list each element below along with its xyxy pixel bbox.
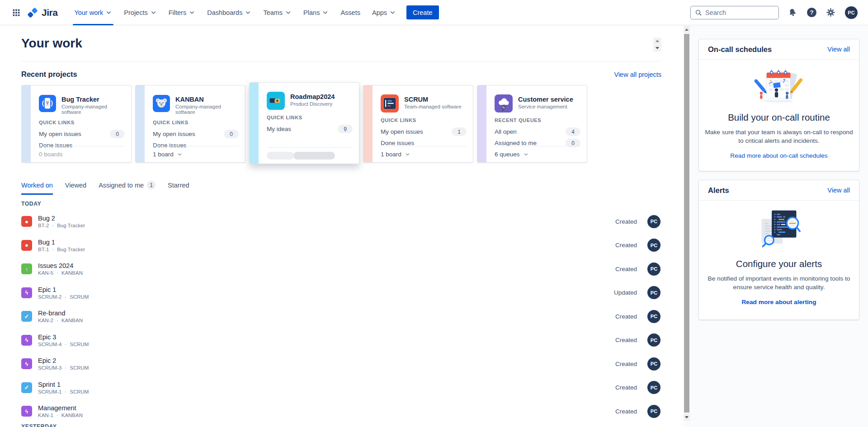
project-name[interactable]: Customer service	[518, 96, 573, 103]
search-box[interactable]	[690, 6, 779, 19]
nav-apps[interactable]: Apps	[366, 0, 402, 25]
count-badge: 0	[224, 130, 239, 138]
spinner-up-button[interactable]	[653, 38, 661, 45]
vertical-scrollbar[interactable]	[684, 26, 690, 427]
project-card-scrum[interactable]: SCRUM Team-managed software QUICK LINKS …	[363, 85, 473, 163]
action-label: Created	[615, 408, 637, 415]
work-item-row[interactable]: ϟ Epic 3 SCRUM-4·SCRUM Created PC	[21, 328, 661, 352]
tab-starred[interactable]: Starred	[168, 181, 189, 195]
chevron-down-icon	[285, 9, 292, 16]
bug-icon: ●	[21, 240, 32, 251]
search-input[interactable]	[705, 9, 769, 16]
work-item-row[interactable]: ● Bug 1 BT-1·Bug Tracker Created PC	[21, 234, 661, 258]
settings-gear-icon[interactable]	[826, 8, 835, 17]
nav-assets[interactable]: Assets	[335, 0, 366, 25]
tab-worked-on[interactable]: Worked on	[21, 181, 53, 195]
project-name[interactable]: SCRUM	[404, 96, 462, 103]
create-button[interactable]: Create	[406, 5, 439, 19]
issue-title[interactable]: Sprint 1	[38, 381, 89, 388]
recent-project-cards: Bug Tracker Company-managed software QUI…	[21, 85, 587, 167]
task-icon: ✓	[21, 311, 32, 322]
issue-title[interactable]: Bug 1	[38, 239, 85, 246]
project-card-bug-tracker[interactable]: Bug Tracker Company-managed software QUI…	[21, 85, 132, 163]
view-all-projects-link[interactable]: View all projects	[614, 71, 661, 78]
quick-link-my-ideas[interactable]: My ideas 9	[267, 123, 353, 135]
quick-link-all-open[interactable]: All open 4	[495, 126, 580, 137]
primary-nav: Your work Projects Filters Dashboards Te…	[68, 0, 402, 25]
nav-filters[interactable]: Filters	[163, 0, 201, 25]
nav-projects[interactable]: Projects	[118, 0, 162, 25]
work-item-row[interactable]: ↑ Issues 2024 KAN-5·KANBAN Created PC	[21, 257, 661, 281]
issue-title[interactable]: Bug 2	[38, 215, 85, 222]
card-footer-queues[interactable]: 6 queues	[495, 146, 580, 162]
quick-link-my-open-issues[interactable]: My open issues 0	[153, 128, 239, 140]
spinner-down-button[interactable]	[653, 45, 661, 52]
nav-dashboards[interactable]: Dashboards	[201, 0, 257, 25]
issue-title[interactable]: Management	[38, 404, 83, 412]
main-content: Your work Recent projects View all proje…	[21, 25, 661, 427]
skeleton-bar	[267, 152, 294, 160]
chevron-down-icon	[322, 9, 329, 16]
card-footer-boards: 0 boards	[39, 146, 125, 162]
work-item-row[interactable]: ✓ Re-brand KAN-2·KANBAN Created PC	[21, 305, 661, 328]
action-label: Created	[615, 218, 637, 225]
right-sidebar: On-call schedules View all	[690, 26, 868, 427]
project-type: Team-managed software	[404, 104, 462, 109]
epic-icon: ϟ	[21, 406, 32, 417]
project-card-kanban[interactable]: KANBAN Company-managed software QUICK LI…	[135, 85, 245, 163]
work-item-row[interactable]: ϟ Epic 1 SCRUM-2·SCRUM Updated PC	[21, 281, 661, 305]
on-call-description: Make sure that your team is always on-ca…	[704, 128, 854, 145]
card-footer-boards[interactable]: 1 board	[381, 146, 467, 162]
project-card-roadmap2024[interactable]: Roadmap2024 Product Discovery QUICK LINK…	[249, 82, 359, 164]
issue-key: KAN-1	[38, 413, 53, 418]
issue-title[interactable]: Epic 2	[38, 357, 89, 364]
scrollbar-up-button[interactable]	[684, 26, 690, 33]
action-label: Created	[615, 361, 637, 367]
recent-queues-label: RECENT QUEUES	[495, 117, 580, 123]
tab-viewed[interactable]: Viewed	[65, 181, 86, 195]
work-item-row[interactable]: ϟ Management KAN-1·KANBAN Created PC	[21, 399, 661, 423]
avatar: PC	[647, 405, 660, 418]
chevron-down-icon	[150, 9, 157, 16]
work-item-row[interactable]: ϟ Epic 2 SCRUM-3·SCRUM Created PC	[21, 352, 661, 376]
nav-plans[interactable]: Plans	[297, 0, 335, 25]
project-name[interactable]: Roadmap2024	[290, 93, 335, 100]
on-call-card-title: On-call schedules	[708, 45, 772, 54]
tab-assigned-to-me[interactable]: Assigned to me 1	[99, 181, 156, 195]
help-icon[interactable]: ?	[807, 8, 816, 17]
separator: ·	[57, 318, 58, 323]
card-accent-strip	[477, 85, 486, 162]
user-avatar[interactable]: PC	[845, 6, 858, 19]
skeleton-bar	[293, 152, 335, 160]
action-label: Created	[615, 266, 637, 272]
alerts-view-all-link[interactable]: View all	[827, 187, 850, 194]
roadmap-project-icon	[267, 92, 285, 110]
on-call-view-all-link[interactable]: View all	[827, 46, 850, 53]
issue-key: SCRUM-1	[38, 389, 61, 394]
jira-logo[interactable]: Jira	[27, 7, 57, 19]
scrollbar-down-button[interactable]	[684, 413, 690, 421]
project-card-customer-service[interactable]: Customer service Service management RECE…	[477, 85, 587, 163]
quick-link-my-open-issues[interactable]: My open issues 0	[39, 128, 125, 140]
quick-links-label: QUICK LINKS	[39, 120, 125, 125]
nav-teams[interactable]: Teams	[257, 0, 297, 25]
app-switcher-icon[interactable]	[9, 5, 24, 20]
alerts-read-more-link[interactable]: Read more about alerting	[741, 299, 816, 305]
quick-link-my-open-issues[interactable]: My open issues 1	[381, 126, 467, 137]
on-call-read-more-link[interactable]: Read more about on-call schedules	[730, 152, 827, 159]
work-item-row[interactable]: ✓ Sprint 1 SCRUM-1·SCRUM Created PC	[21, 376, 661, 400]
project-name[interactable]: Bug Tracker	[61, 96, 125, 103]
alerts-description: Be notified of important events in monit…	[704, 274, 854, 292]
issue-project: KANBAN	[61, 318, 83, 323]
project-name[interactable]: KANBAN	[175, 96, 239, 103]
scrollbar-thumb[interactable]	[684, 34, 689, 413]
notifications-bell-icon[interactable]	[788, 8, 797, 18]
work-item-row[interactable]: ● Bug 2 BT-2·Bug Tracker Created PC	[21, 210, 661, 234]
card-footer-boards[interactable]: 1 board	[153, 146, 239, 162]
chevron-down-icon	[523, 151, 529, 157]
nav-your-work[interactable]: Your work	[68, 0, 118, 25]
issue-title[interactable]: Epic 3	[38, 333, 89, 341]
issue-title[interactable]: Re-brand	[38, 310, 83, 317]
issue-title[interactable]: Issues 2024	[38, 262, 83, 269]
issue-title[interactable]: Epic 1	[38, 286, 89, 293]
